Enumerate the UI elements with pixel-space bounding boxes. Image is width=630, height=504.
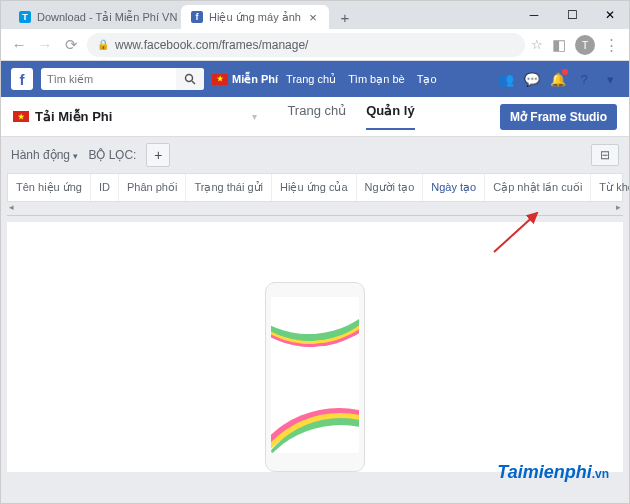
svg-line-1 bbox=[192, 81, 195, 84]
open-frame-studio-button[interactable]: Mở Frame Studio bbox=[500, 104, 617, 130]
chevron-down-icon[interactable]: ▾ bbox=[252, 111, 257, 122]
page-name-text: Tải Miễn Phi bbox=[35, 109, 112, 124]
profile-avatar[interactable]: T bbox=[575, 35, 595, 55]
url-field[interactable]: 🔒 www.facebook.com/frames/manage/ bbox=[87, 33, 525, 57]
chevron-down-icon: ▾ bbox=[73, 151, 78, 161]
search-box bbox=[41, 68, 204, 90]
facebook-nav: Trang chủ Tìm bạn bè Tạo bbox=[286, 73, 436, 86]
reload-button[interactable]: ⟳ bbox=[61, 35, 81, 55]
col-updated[interactable]: Cập nhật lần cuối bbox=[485, 174, 591, 201]
filter-bar: Hành động ▾ BỘ LỌC: + ⊟ bbox=[1, 137, 629, 173]
notification-dot bbox=[562, 69, 568, 75]
frame-preview-panel bbox=[7, 222, 623, 472]
add-filter-button[interactable]: + bbox=[146, 143, 170, 167]
col-name[interactable]: Tên hiệu ứng bbox=[8, 174, 91, 201]
page-badge[interactable]: Miễn Phí bbox=[212, 73, 278, 86]
filter-label: BỘ LỌC: bbox=[88, 148, 136, 162]
window-titlebar: T Download - Tải Miễn Phí VN - Ph f Hiệu… bbox=[1, 1, 629, 29]
phone-screen bbox=[271, 297, 359, 453]
table-header-row: Tên hiệu ứng ID Phân phối Trạng thái gửi… bbox=[7, 173, 623, 202]
browser-tab-inactive[interactable]: T Download - Tải Miễn Phí VN - Ph bbox=[9, 5, 179, 29]
messages-icon[interactable]: 💬 bbox=[523, 70, 541, 88]
extension-icon[interactable]: ◧ bbox=[549, 35, 569, 55]
svg-point-0 bbox=[186, 75, 193, 82]
tab-title: Download - Tải Miễn Phí VN - Ph bbox=[37, 11, 179, 24]
favicon-fb: f bbox=[191, 11, 203, 23]
search-input[interactable] bbox=[41, 73, 176, 85]
address-bar: ← → ⟳ 🔒 www.facebook.com/frames/manage/ … bbox=[1, 29, 629, 61]
favicon-t: T bbox=[19, 11, 31, 23]
menu-button[interactable]: ⋮ bbox=[601, 35, 621, 55]
page-tabs: Trang chủ Quản lý bbox=[287, 103, 414, 130]
back-button[interactable]: ← bbox=[9, 35, 29, 55]
tab-home[interactable]: Trang chủ bbox=[287, 103, 346, 130]
nav-home[interactable]: Trang chủ bbox=[286, 73, 336, 86]
facebook-logo[interactable]: f bbox=[11, 68, 33, 90]
help-icon[interactable]: ? bbox=[575, 70, 593, 88]
action-dropdown[interactable]: Hành động ▾ bbox=[11, 148, 78, 162]
watermark: Taimienphi.vn bbox=[497, 462, 609, 483]
vietnam-flag-icon bbox=[13, 111, 29, 122]
column-settings-button[interactable]: ⊟ bbox=[591, 144, 619, 166]
bookmark-icon[interactable]: ☆ bbox=[531, 37, 543, 52]
col-distribution[interactable]: Phân phối bbox=[119, 174, 186, 201]
nav-friends[interactable]: Tìm bạn bè bbox=[348, 73, 405, 86]
col-id[interactable]: ID bbox=[91, 174, 119, 201]
col-effect-of[interactable]: Hiệu ứng của bbox=[272, 174, 356, 201]
minimize-button[interactable]: ─ bbox=[515, 1, 553, 29]
nav-create[interactable]: Tạo bbox=[417, 73, 437, 86]
horizontal-scrollbar[interactable]: ◂▸ bbox=[7, 202, 623, 216]
col-status[interactable]: Trạng thái gửi bbox=[186, 174, 272, 201]
notifications-icon[interactable]: 🔔 bbox=[549, 70, 567, 88]
search-button[interactable] bbox=[176, 68, 204, 90]
col-created-date[interactable]: Ngày tạo bbox=[423, 174, 485, 201]
col-creator[interactable]: Người tạo bbox=[357, 174, 424, 201]
vietnam-flag-icon bbox=[212, 74, 228, 85]
page-selector[interactable]: Tải Miễn Phi bbox=[13, 109, 112, 124]
close-tab-icon[interactable]: × bbox=[307, 11, 319, 23]
tab-title: Hiệu ứng máy ảnh bbox=[209, 11, 301, 24]
page-header: Tải Miễn Phi ▾ Trang chủ Quản lý Mở Fram… bbox=[1, 97, 629, 137]
badge-text: Miễn Phí bbox=[232, 73, 278, 86]
content-area: Tải Miễn Phi ▾ Trang chủ Quản lý Mở Fram… bbox=[1, 97, 629, 503]
browser-tab-active[interactable]: f Hiệu ứng máy ảnh × bbox=[181, 5, 329, 29]
dropdown-icon[interactable]: ▾ bbox=[601, 70, 619, 88]
search-icon bbox=[184, 73, 196, 85]
lock-icon: 🔒 bbox=[97, 39, 109, 50]
forward-button[interactable]: → bbox=[35, 35, 55, 55]
friend-requests-icon[interactable]: 👥 bbox=[497, 70, 515, 88]
new-tab-button[interactable]: + bbox=[335, 7, 355, 27]
phone-mockup bbox=[265, 282, 365, 472]
url-text: www.facebook.com/frames/manage/ bbox=[115, 38, 308, 52]
close-window-button[interactable]: ✕ bbox=[591, 1, 629, 29]
col-keywords[interactable]: Từ khóa bbox=[591, 174, 629, 201]
maximize-button[interactable]: ☐ bbox=[553, 1, 591, 29]
facebook-header: f Miễn Phí Trang chủ Tìm bạn bè Tạo 👥 💬 … bbox=[1, 61, 629, 97]
tab-manage[interactable]: Quản lý bbox=[366, 103, 414, 130]
